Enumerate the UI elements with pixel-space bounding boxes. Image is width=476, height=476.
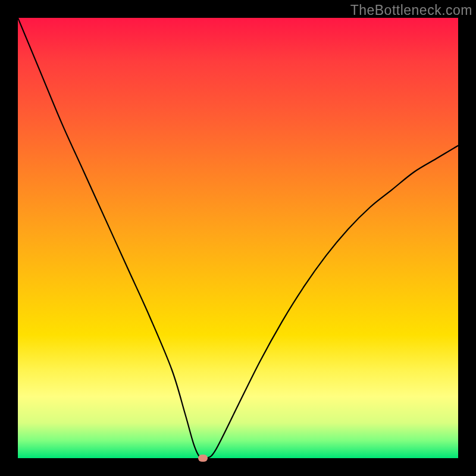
curve-svg — [18, 18, 458, 458]
watermark-text: TheBottleneck.com — [350, 2, 472, 18]
min-point-marker — [198, 455, 208, 462]
bottleneck-curve-path — [18, 18, 458, 458]
plot-area — [18, 18, 458, 458]
chart-frame: TheBottleneck.com — [0, 0, 476, 476]
